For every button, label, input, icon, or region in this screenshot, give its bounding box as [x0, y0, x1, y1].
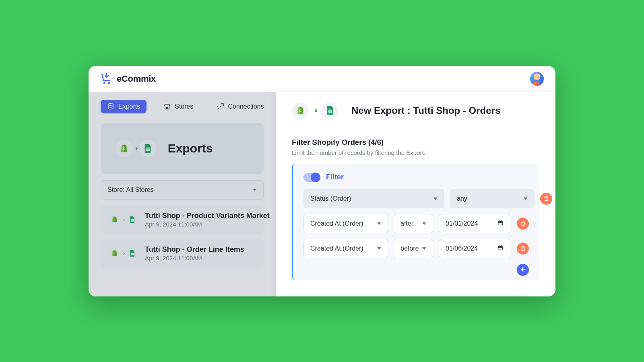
filter-op-value: before [400, 245, 419, 252]
store-filter-label: Store: All Stores [107, 186, 154, 193]
flow-icons-small: ›› [108, 213, 138, 226]
nav-tabs: Exports Stores Con [89, 97, 276, 121]
filter-op-value: any [457, 195, 467, 202]
user-avatar[interactable] [530, 72, 544, 86]
main-title: New Export : Tutti Shop - Orders [351, 105, 500, 116]
svg-rect-15 [501, 245, 502, 246]
calendar-icon [497, 220, 504, 228]
chevron-down-icon [524, 197, 528, 200]
flow-icons: ›› [115, 140, 157, 157]
chevron-double-icon: ›› [135, 145, 136, 152]
filter-field-value: Status (Order) [310, 195, 351, 202]
export-list-item[interactable]: ›› Tutti Shop - Order Line Items Apr 9, … [101, 239, 264, 268]
filter-op-value: after [400, 220, 413, 227]
delete-filter-button[interactable] [517, 243, 529, 255]
export-item-date: Apr 9, 2024 11:00AM [145, 255, 244, 261]
filter-field-select[interactable]: Created At (Order) [303, 214, 388, 233]
svg-rect-4 [131, 219, 133, 221]
chevron-down-icon [433, 197, 438, 200]
export-item-title: Tutti Shop - Order Line Items [145, 245, 244, 254]
delete-filter-button[interactable] [540, 193, 552, 205]
section-title: Filter Shopify Orders (4/6) [292, 138, 539, 147]
filter-field-value: Created At (Order) [310, 245, 363, 252]
flow-icons-small: ›› [108, 247, 138, 260]
svg-rect-11 [498, 223, 502, 225]
cart-download-icon [100, 72, 113, 85]
nav-connections[interactable]: Connections [211, 100, 270, 113]
shopify-icon [292, 102, 309, 119]
filter-label: Filter [326, 173, 344, 181]
app-header: eCommix [89, 66, 555, 92]
svg-point-0 [103, 82, 105, 84]
svg-rect-8 [498, 221, 503, 222]
nav-stores[interactable]: Stores [157, 100, 200, 113]
filter-row: Created At (Order) before 01/06/2024 [303, 239, 529, 258]
svg-rect-14 [499, 245, 500, 246]
shopify-icon [108, 247, 121, 260]
app-logo: eCommix [100, 72, 156, 85]
svg-rect-5 [131, 253, 133, 255]
store-filter-select[interactable]: Store: All Stores [101, 180, 264, 200]
export-list-item[interactable]: ›› Tutti Shop - Product Variants Market … [101, 205, 264, 234]
filter-box: Filter Status (Order) any [292, 164, 539, 280]
filter-field-select[interactable]: Status (Order) [303, 189, 444, 208]
chevron-down-icon [377, 222, 381, 225]
filter-field-value: Created At (Order) [310, 220, 363, 227]
main-panel: ›› New Export : Tutti Shop - Orders Filt… [276, 92, 555, 296]
filter-head: Filter [303, 173, 529, 182]
app-window: eCommix Exports [89, 66, 555, 296]
calendar-icon [497, 245, 504, 253]
export-item-date: Apr 9, 2024 11:00AM [145, 221, 270, 228]
sheets-icon [126, 247, 138, 260]
chevron-down-icon [253, 189, 257, 191]
shopify-icon [108, 213, 121, 226]
svg-rect-9 [499, 220, 500, 221]
filter-op-select[interactable]: before [394, 239, 433, 258]
filter-toggle[interactable] [303, 173, 320, 182]
sheets-icon [139, 140, 157, 157]
filter-section: Filter Shopify Orders (4/6) Limit the nu… [276, 129, 555, 156]
filter-row: Status (Order) any [303, 189, 529, 208]
add-filter-button[interactable]: + [517, 264, 529, 276]
filter-field-select[interactable]: Created At (Order) [303, 239, 388, 258]
nav-exports[interactable]: Exports [101, 100, 147, 113]
chevron-double-icon: ›› [314, 106, 316, 115]
filter-row: Created At (Order) after 01/01/2024 [303, 214, 529, 233]
store-icon [163, 103, 171, 110]
filter-date-value: 01/01/2024 [446, 220, 478, 227]
delete-filter-button[interactable] [517, 218, 529, 230]
filter-date-input[interactable]: 01/06/2024 [439, 239, 510, 258]
svg-rect-10 [501, 220, 502, 221]
nav-exports-label: Exports [118, 103, 140, 110]
link-icon [217, 103, 224, 110]
nav-connections-label: Connections [228, 103, 264, 110]
main-header: ›› New Export : Tutti Shop - Orders [276, 102, 555, 129]
exports-card-title: Exports [168, 142, 213, 155]
sidebar: Exports Stores Con [89, 92, 276, 296]
svg-rect-13 [498, 246, 503, 247]
nav-stores-label: Stores [175, 103, 193, 110]
svg-point-1 [108, 82, 110, 84]
shopify-icon [115, 140, 133, 157]
filter-date-value: 01/06/2024 [446, 245, 478, 252]
sheets-icon [322, 102, 339, 119]
exports-card: ›› Exports [101, 123, 264, 174]
filter-date-input[interactable]: 01/01/2024 [439, 214, 510, 233]
chevron-down-icon [422, 247, 426, 250]
svg-rect-16 [498, 248, 502, 250]
database-icon [107, 103, 114, 110]
filter-add-row: + [303, 264, 529, 276]
sheets-icon [126, 213, 138, 226]
filter-op-select[interactable]: any [450, 189, 535, 208]
export-item-title: Tutti Shop - Product Variants Market [145, 212, 270, 220]
chevron-down-icon [377, 247, 381, 250]
filter-op-select[interactable]: after [394, 214, 433, 233]
chevron-down-icon [422, 222, 426, 225]
section-sub: Limit the number of records by filtering… [292, 149, 539, 156]
app-name: eCommix [117, 74, 156, 84]
svg-point-2 [108, 103, 113, 105]
app-body: Exports Stores Con [89, 92, 555, 296]
